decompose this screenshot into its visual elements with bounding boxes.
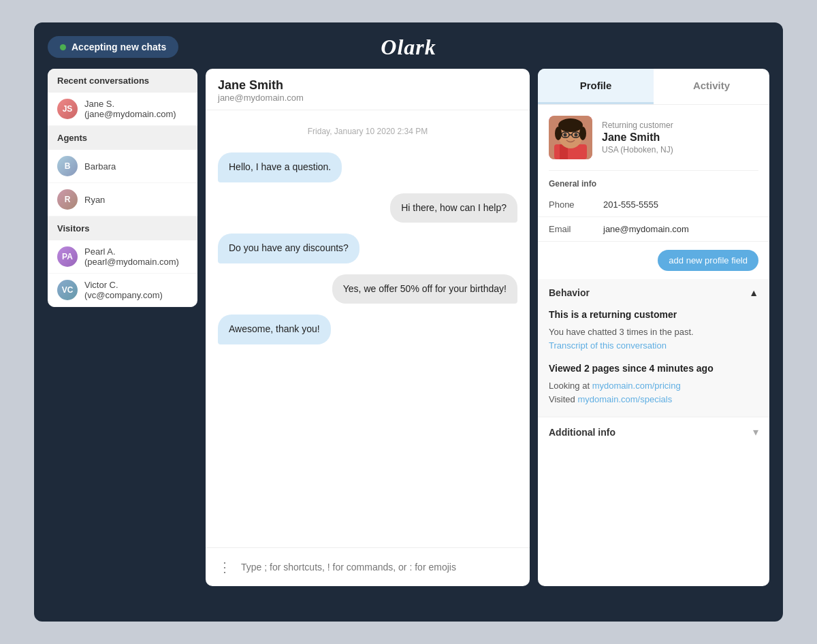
chat-input-area: ⋮ xyxy=(206,547,530,586)
pages-title: Viewed 2 pages since 4 minutes ago xyxy=(549,363,758,374)
message-bubble-visitor: Hello, I have a question. xyxy=(218,152,342,182)
chat-user-email: jane@mydomain.com xyxy=(218,93,517,103)
add-profile-field-button[interactable]: add new profile field xyxy=(658,250,758,271)
chat-area: Jane Smith jane@mydomain.com Friday, Jan… xyxy=(206,69,530,586)
profile-name: Jane Smith xyxy=(602,131,758,144)
phone-value: 201-555-5555 xyxy=(603,199,658,210)
status-dot xyxy=(60,44,66,50)
sidebar-barbara-text: Barbara xyxy=(84,161,116,172)
message-row: Yes, we offer 50% off for your birthday! xyxy=(218,274,517,304)
message-row: Hello, I have a question. xyxy=(218,152,517,182)
panel-tabs: Profile Activity xyxy=(538,69,769,105)
app-window: Accepting new chats Olark Recent convers… xyxy=(34,22,783,622)
profile-avatar xyxy=(549,116,592,159)
message-row: Hi there, how can I help? xyxy=(218,193,517,223)
visitors-header: Visitors xyxy=(48,216,197,240)
pricing-link[interactable]: mydomain.com/pricing xyxy=(592,381,681,391)
top-bar: Accepting new chats Olark xyxy=(48,36,769,58)
profile-header: Returning customer Jane Smith USA (Hobok… xyxy=(538,105,769,170)
general-info-label: General info xyxy=(538,171,769,193)
accepting-button[interactable]: Accepting new chats xyxy=(48,36,178,58)
message-bubble-agent: Yes, we offer 50% off for your birthday! xyxy=(332,274,517,304)
pages-section: Viewed 2 pages since 4 minutes ago Looki… xyxy=(549,363,758,406)
chat-messages: Friday, January 10 2020 2:34 PM Hello, I… xyxy=(206,110,530,547)
main-content: Recent conversations JS Jane S. (jane@my… xyxy=(48,69,769,586)
sidebar-victor-text: Victor C. (vc@company.com) xyxy=(84,280,188,300)
returning-text: You have chatted 3 times in the past. Tr… xyxy=(549,325,758,352)
avatar-victor: VC xyxy=(57,280,78,300)
sidebar-item-pearl[interactable]: PA Pearl A. (pearl@mydomain.com) xyxy=(48,240,197,274)
phone-label: Phone xyxy=(549,199,603,210)
svg-point-4 xyxy=(558,118,583,132)
email-row: Email jane@mydomain.com xyxy=(538,217,769,242)
specials-link[interactable]: mydomain.com/specials xyxy=(577,394,672,404)
additional-info-section[interactable]: Additional info ▾ xyxy=(538,417,769,447)
pages-text: Looking at mydomain.com/pricing Visited … xyxy=(549,379,758,406)
behavior-section: Behavior ▲ This is a returning customer … xyxy=(538,279,769,417)
message-bubble-visitor: Awesome, thank you! xyxy=(218,315,331,344)
profile-location: USA (Hoboken, NJ) xyxy=(602,145,758,155)
sidebar-jane-text: Jane S. (jane@mydomain.com) xyxy=(84,99,188,119)
sidebar-item-ryan[interactable]: R Ryan xyxy=(48,183,197,216)
tab-profile[interactable]: Profile xyxy=(538,69,654,104)
chat-input[interactable] xyxy=(241,562,520,573)
right-panel: Profile Activity xyxy=(538,69,769,586)
avatar-pearl: PA xyxy=(57,246,78,267)
add-profile-field-container: add new profile field xyxy=(549,250,758,271)
svg-point-6 xyxy=(579,127,586,140)
chevron-down-icon: ▾ xyxy=(753,425,758,438)
behavior-collapse-icon[interactable]: ▲ xyxy=(749,287,758,298)
avatar-ryan: R xyxy=(57,189,78,210)
profile-info: Returning customer Jane Smith USA (Hobok… xyxy=(602,120,758,155)
returning-title: This is a returning customer xyxy=(549,309,758,320)
chat-header: Jane Smith jane@mydomain.com xyxy=(206,69,530,110)
behavior-content: This is a returning customer You have ch… xyxy=(538,306,769,417)
message-row: Awesome, thank you! xyxy=(218,315,517,344)
svg-point-7 xyxy=(564,133,567,137)
behavior-header[interactable]: Behavior ▲ xyxy=(538,279,769,306)
chat-user-name: Jane Smith xyxy=(218,78,517,93)
avatar-barbara: B xyxy=(57,156,78,176)
email-label: Email xyxy=(549,224,603,234)
sidebar: Recent conversations JS Jane S. (jane@my… xyxy=(48,69,197,307)
message-bubble-visitor: Do you have any discounts? xyxy=(218,234,359,263)
chat-timestamp: Friday, January 10 2020 2:34 PM xyxy=(218,127,517,136)
sidebar-ryan-text: Ryan xyxy=(84,195,105,205)
avatar-jane: JS xyxy=(57,99,78,119)
message-row: Do you have any discounts? xyxy=(218,234,517,263)
sidebar-item-jane[interactable]: JS Jane S. (jane@mydomain.com) xyxy=(48,93,197,126)
sidebar-item-barbara[interactable]: B Barbara xyxy=(48,150,197,183)
tab-activity[interactable]: Activity xyxy=(654,69,769,104)
sidebar-item-victor[interactable]: VC Victor C. (vc@company.com) xyxy=(48,274,197,307)
sidebar-pearl-text: Pearl A. (pearl@mydomain.com) xyxy=(84,246,188,267)
additional-info-label: Additional info xyxy=(549,427,615,438)
message-bubble-agent: Hi there, how can I help? xyxy=(390,193,517,223)
svg-point-5 xyxy=(555,127,562,140)
email-value: jane@mydomain.com xyxy=(603,224,689,234)
phone-row: Phone 201-555-5555 xyxy=(538,193,769,217)
recent-conversations-header: Recent conversations xyxy=(48,69,197,93)
accepting-label: Accepting new chats xyxy=(71,42,166,52)
svg-point-8 xyxy=(575,133,578,137)
app-logo: Olark xyxy=(381,35,436,60)
returning-label: Returning customer xyxy=(602,120,758,130)
agents-header: Agents xyxy=(48,126,197,150)
transcript-link[interactable]: Transcript of this conversation xyxy=(549,340,667,351)
menu-dots-icon[interactable]: ⋮ xyxy=(215,556,234,578)
behavior-header-label: Behavior xyxy=(549,287,590,298)
